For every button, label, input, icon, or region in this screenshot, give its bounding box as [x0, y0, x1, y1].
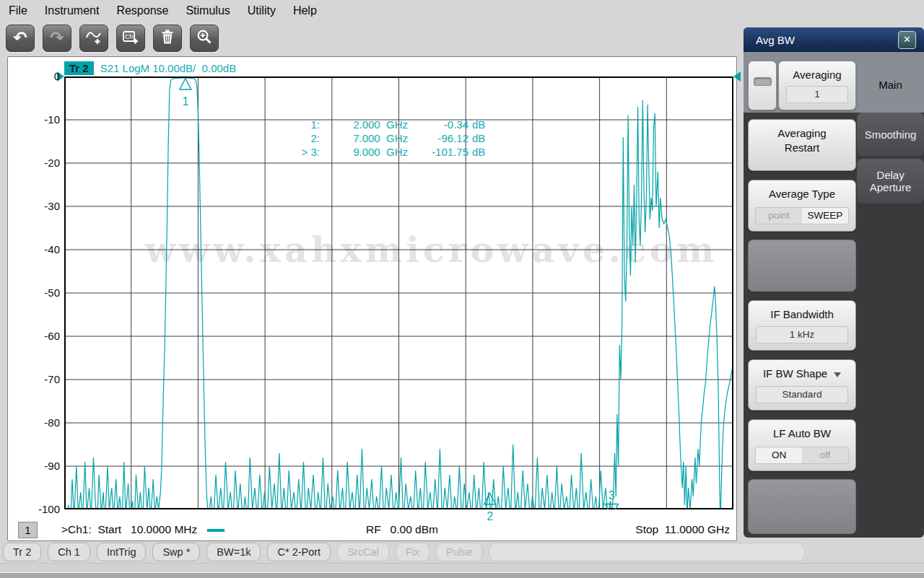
- add-trace-button[interactable]: [79, 25, 108, 52]
- marker-1-value: -0.34: [408, 118, 468, 131]
- dropdown-arrow-icon[interactable]: [834, 372, 841, 377]
- status-channel-button[interactable]: Ch 1: [48, 543, 90, 561]
- tab-delay-aperture[interactable]: Delay Aperture: [857, 159, 924, 203]
- averaging-led-indicator: [754, 77, 772, 86]
- menu-utility[interactable]: Utility: [248, 4, 276, 17]
- status-trace-button[interactable]: Tr 2: [3, 543, 41, 561]
- averaging-value[interactable]: 1: [786, 86, 848, 103]
- blank-panel-1: [748, 240, 856, 292]
- y-tick-label: 0: [22, 69, 60, 84]
- delete-button[interactable]: [153, 25, 182, 52]
- rf-power-label: RF 0.00 dBm: [366, 523, 438, 536]
- lf-auto-bw-button[interactable]: LF Auto BW ON off: [748, 419, 856, 471]
- status-fix-button[interactable]: Fix: [396, 543, 430, 561]
- undo-button[interactable]: ↶: [6, 25, 35, 52]
- y-axis-labels: 0-10-20-30-40-50-60-70-80-90-100: [22, 76, 60, 509]
- if-bw-shape-button[interactable]: IF BW Shape Standard: [748, 359, 856, 411]
- add-trace-icon: [85, 28, 103, 48]
- marker-1-unit: dB: [468, 118, 497, 131]
- status-calibration-button[interactable]: C* 2-Port: [267, 543, 331, 561]
- window-bottom-edge: [0, 572, 924, 578]
- marker-3-id: > 3:: [279, 145, 320, 159]
- reference-level-arrow-right[interactable]: [733, 71, 741, 82]
- menu-help[interactable]: Help: [293, 4, 317, 17]
- marker-2-label: 2: [487, 510, 493, 522]
- svg-text:Ch: Ch: [125, 33, 134, 40]
- marker-3-freq: 9.000 GHz: [320, 145, 408, 159]
- lf-auto-bw-segmented: ON off: [755, 447, 849, 464]
- menu-file[interactable]: File: [9, 4, 27, 17]
- close-button[interactable]: ✕: [898, 31, 916, 49]
- zoom-button[interactable]: [190, 25, 219, 52]
- if-bw-shape-label-row: IF BW Shape: [749, 367, 855, 380]
- y-tick-label: -10: [22, 113, 60, 127]
- tab-smoothing-label: Smoothing: [865, 128, 917, 141]
- menu-instrument[interactable]: Instrument: [45, 4, 100, 17]
- marker-1-id: 1:: [279, 118, 320, 131]
- status-pulse-button[interactable]: Pulse: [436, 543, 482, 561]
- if-bandwidth-label: IF Bandwidth: [749, 307, 855, 321]
- marker-3-value: -101.75: [408, 145, 468, 159]
- y-tick-label: -40: [22, 242, 60, 257]
- trace-title: S21 LogM 10.00dB/ 0.00dB: [100, 62, 236, 74]
- status-bandwidth-button[interactable]: BW=1k: [206, 543, 261, 561]
- if-bw-shape-label: IF BW Shape: [763, 367, 827, 380]
- add-channel-button[interactable]: Ch: [116, 25, 145, 52]
- add-channel-icon: Ch: [122, 28, 139, 48]
- redo-icon: ↷: [50, 30, 64, 46]
- panel-title: Avg BW: [756, 34, 795, 46]
- averaging-label: Averaging: [779, 68, 855, 82]
- if-bw-shape-value[interactable]: Standard: [756, 386, 848, 403]
- channel-footer: 1 >Ch1: Start 10.0000 MHz RF 0.00 dBm St…: [8, 519, 736, 540]
- menu-response[interactable]: Response: [116, 4, 168, 17]
- trace-badge[interactable]: Tr 2: [64, 61, 94, 75]
- lf-auto-bw-on-option[interactable]: ON: [756, 447, 802, 463]
- bottom-strip: [0, 563, 924, 572]
- averaging-restart-label: Averaging Restart: [767, 126, 837, 155]
- panel-header[interactable]: Avg BW ✕: [744, 27, 924, 52]
- if-bandwidth-value[interactable]: 1 kHz: [756, 326, 848, 343]
- if-bandwidth-button[interactable]: IF Bandwidth 1 kHz: [748, 300, 856, 351]
- marker-2-id: 2:: [279, 131, 320, 145]
- marker-row-1: 1: 2.000 GHz -0.34 dB: [279, 118, 497, 131]
- tab-main-label: Main: [879, 79, 902, 91]
- toolbar: ↶ ↷ Ch: [6, 25, 219, 52]
- averaging-restart-button[interactable]: Averaging Restart: [748, 119, 856, 171]
- marker-1-label: 1: [182, 95, 188, 108]
- plot-card: Tr 2 S21 LogM 10.00dB/ 0.00dB 0-10-20-30…: [7, 56, 737, 541]
- channel-number-badge[interactable]: 1: [18, 522, 38, 538]
- marker-1-symbol: [180, 79, 191, 89]
- trace-header: Tr 2 S21 LogM 10.00dB/ 0.00dB: [64, 61, 236, 75]
- status-sweep-button[interactable]: Swp *: [152, 543, 200, 561]
- status-trigger-button[interactable]: IntTrig: [97, 543, 147, 561]
- tab-delay-aperture-label: Delay Aperture: [857, 169, 924, 193]
- status-blank-button: [489, 543, 805, 561]
- y-tick-label: -70: [22, 372, 60, 387]
- y-tick-label: -30: [22, 199, 60, 214]
- avg-bw-panel: Avg BW ✕ Averaging 1 Main Smoothing Dela…: [744, 27, 924, 538]
- y-tick-label: -60: [22, 329, 60, 343]
- averaging-toggle-button[interactable]: [748, 61, 777, 110]
- y-tick-label: -90: [22, 459, 60, 473]
- average-type-button[interactable]: Average Type point SWEEP: [748, 180, 856, 232]
- redo-button[interactable]: ↷: [43, 25, 71, 52]
- start-frequency-label: >Ch1: Start 10.0000 MHz: [61, 523, 197, 536]
- y-tick-label: -20: [22, 156, 60, 170]
- blank-panel-2: [748, 479, 856, 534]
- average-type-sweep-option[interactable]: SWEEP: [802, 208, 848, 224]
- status-srccal-button[interactable]: SrcCal: [337, 543, 389, 561]
- lf-auto-bw-off-option[interactable]: off: [802, 447, 848, 463]
- status-bar: Tr 2 Ch 1 IntTrig Swp * BW=1k C* 2-Port …: [3, 543, 805, 561]
- undo-icon: ↶: [13, 30, 27, 46]
- marker-2-freq: 7.000 GHz: [320, 131, 408, 145]
- tab-main[interactable]: Main: [857, 61, 924, 109]
- close-icon: ✕: [903, 34, 911, 45]
- tab-smoothing[interactable]: Smoothing: [857, 113, 924, 156]
- y-tick-label: -50: [22, 286, 60, 300]
- marker-3-label: 3: [609, 489, 615, 502]
- y-tick-label: -100: [22, 502, 60, 517]
- lf-auto-bw-label: LF Auto BW: [749, 426, 855, 440]
- averaging-button[interactable]: Averaging 1: [778, 61, 856, 110]
- menu-stimulus[interactable]: Stimulus: [186, 4, 230, 17]
- average-type-point-option[interactable]: point: [756, 208, 802, 224]
